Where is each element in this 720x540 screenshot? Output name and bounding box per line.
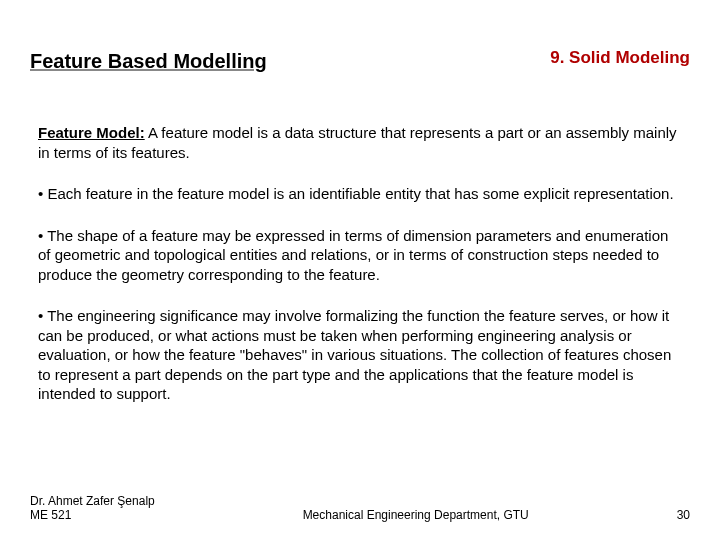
bullet-item: • Each feature in the feature model is a…	[38, 184, 682, 204]
bullet-item: • The engineering significance may invol…	[38, 306, 682, 404]
definition-label: Feature Model:	[38, 124, 145, 141]
footer-course: ME 521	[30, 508, 155, 522]
chapter-title: 9. Solid Modeling	[550, 48, 690, 68]
slide-header: Feature Based Modelling 9. Solid Modelin…	[30, 50, 690, 73]
feature-model-definition: Feature Model: A feature model is a data…	[38, 123, 682, 162]
slide-footer: Dr. Ahmet Zafer Şenalp ME 521 Mechanical…	[30, 494, 690, 522]
footer-author-block: Dr. Ahmet Zafer Şenalp ME 521	[30, 494, 155, 522]
bullet-item: • The shape of a feature may be expresse…	[38, 226, 682, 285]
footer-author: Dr. Ahmet Zafer Şenalp	[30, 494, 155, 508]
footer-department: Mechanical Engineering Department, GTU	[155, 508, 677, 522]
section-title: Feature Based Modelling	[30, 50, 267, 73]
slide-content: Feature Model: A feature model is a data…	[30, 123, 690, 404]
page-number: 30	[677, 508, 690, 522]
